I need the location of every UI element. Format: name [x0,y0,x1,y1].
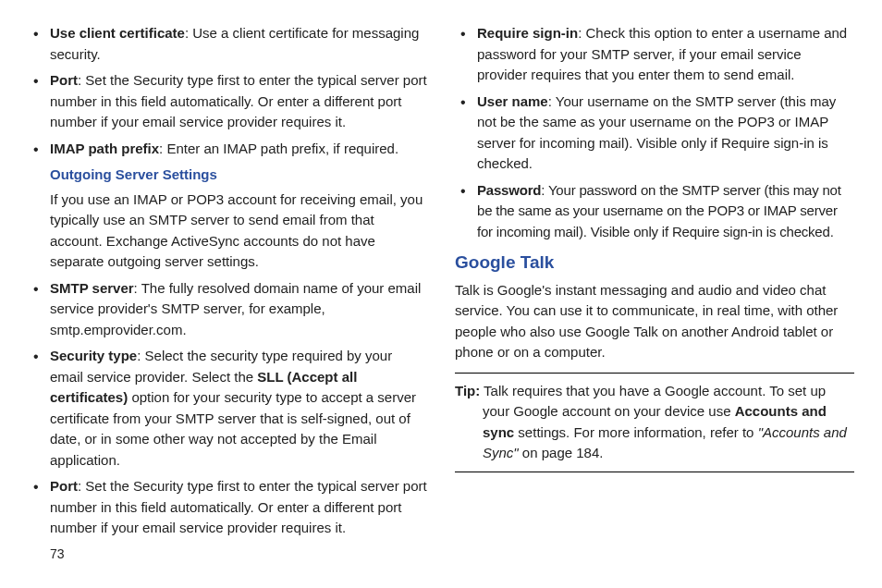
left-column: Use client certificate: Use a client cer… [28,23,427,565]
desc: : Set the Security type first to enter t… [50,478,427,535]
list-item: Security type: Select the security type … [28,346,427,471]
left-bottom-list: SMTP server: The fully resolved domain n… [28,278,427,539]
list-item: Password: Your password on the SMTP serv… [455,180,854,243]
list-item: SMTP server: The fully resolved domain n… [28,278,427,341]
list-item: Port: Set the Security type first to ent… [28,70,427,133]
tip-box: Tip: Talk requires that you have a Googl… [455,373,854,472]
outgoing-server-paragraph: If you use an IMAP or POP3 account for r… [50,190,427,273]
list-item: Port: Set the Security type first to ent… [28,476,427,539]
list-item: User name: Your username on the SMTP ser… [455,92,854,175]
term: SMTP server [50,280,134,296]
left-top-list: Use client certificate: Use a client cer… [28,23,427,159]
tip-mid: settings. For more information, refer to [514,424,757,440]
tip-body: Tip: Talk requires that you have a Googl… [455,381,854,464]
term: Security type [50,348,137,363]
list-item: Require sign-in: Check this option to en… [455,23,854,86]
tip-post: on page 184. [522,445,604,460]
google-talk-heading: Google Talk [455,250,854,276]
two-column-layout: Use client certificate: Use a client cer… [28,23,854,565]
right-column: Require sign-in: Check this option to en… [455,23,854,565]
right-top-list: Require sign-in: Check this option to en… [455,23,854,242]
google-talk-paragraph: Talk is Google's instant messaging and a… [455,280,854,363]
tip-label: Tip: [455,383,480,398]
term: Port [50,72,78,88]
term: Password [477,182,541,198]
page-number: 73 [50,545,427,564]
term: Port [50,478,78,494]
outgoing-server-heading: Outgoing Server Settings [50,165,427,186]
desc: : Set the Security type first to enter t… [50,72,427,129]
desc: : Enter an IMAP path prefix, if required… [159,141,398,156]
term: Require sign-in [477,25,578,41]
term: User name [477,93,548,109]
list-item: Use client certificate: Use a client cer… [28,23,427,65]
list-item: IMAP path prefix: Enter an IMAP path pre… [28,139,427,160]
term: IMAP path prefix [50,141,159,156]
term: Use client certificate [50,25,185,41]
